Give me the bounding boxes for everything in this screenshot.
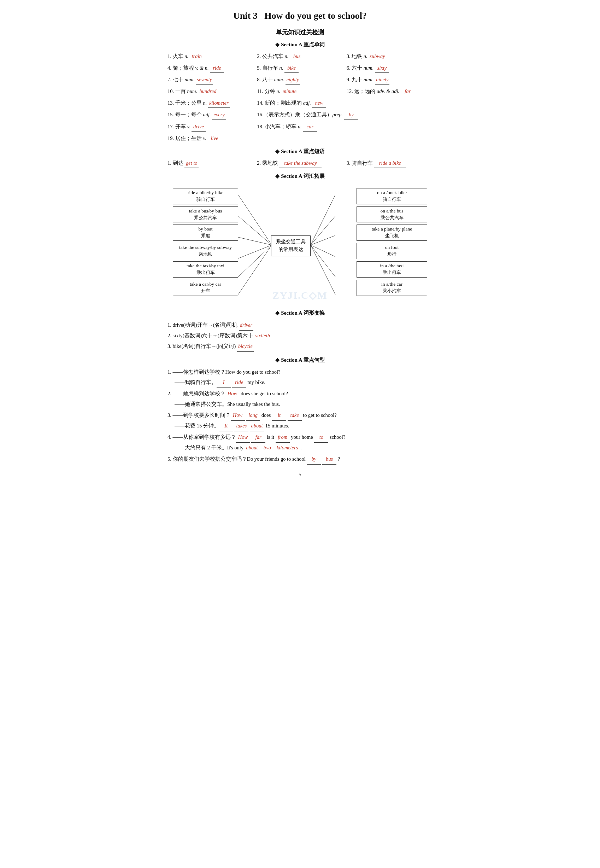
vocab-19b: 19. 居住；生活 v. live	[168, 134, 253, 143]
vocab-7: 7. 七十 num. seventy	[168, 75, 253, 85]
diag-right-5: in a /the taxi乘出租车	[356, 261, 427, 278]
vocab-2: 2. 公共汽车 n. bus	[257, 52, 343, 61]
vocab-answer-14: new	[312, 98, 326, 108]
morph-answer-2: sixtieth	[254, 331, 271, 341]
sent5-fill2: bus	[322, 454, 336, 464]
vocab-19	[347, 122, 432, 132]
sentence-2: 2. ——她怎样到达学校？How does she get to school?…	[168, 388, 432, 410]
diag-right-4: on foot步行	[356, 243, 427, 259]
morph-2: 2. sixty(基数词)六十→(序数词)第六十 sixtieth	[168, 331, 432, 341]
sent3-fill5: It	[219, 421, 233, 431]
sent4-fill2: far	[251, 432, 265, 443]
vocab-10: 10. 一百 num. hundred	[168, 86, 253, 96]
vocab-answer-15: every	[212, 110, 226, 120]
section-a-vocab-header: ◆ Section A 重点单词	[168, 41, 432, 48]
diag-left-2: take a bus/by bus乘公共汽车	[173, 206, 238, 223]
vocab-8: 8. 八十 num. eighty	[257, 75, 343, 85]
sentence-4: 4. ——从你家到学校有多远？How far is it from your h…	[168, 432, 432, 453]
vocab-answer-9: ninety	[375, 75, 389, 85]
vocab-12: 12. 远；远的 adv. & adj. far	[347, 86, 432, 96]
vocab-answer-12: far	[401, 86, 415, 96]
diag-right-6: in a/the car乘小汽车	[356, 280, 427, 296]
unit-subtitle: How do you get to school?	[264, 11, 367, 21]
svg-line-0	[238, 195, 272, 245]
vocab-9: 9. 九十 num. ninety	[347, 75, 432, 85]
svg-line-6	[311, 195, 335, 245]
sent4-fill5: about	[245, 443, 259, 453]
diag-right-1: on a /one's bike骑自行车	[356, 188, 427, 204]
page-number: 5	[168, 472, 432, 478]
section-a-phrases-header: ◆ Section A 重点短语	[168, 148, 432, 155]
phrase-3: 3. 骑自行车 ride a bike	[347, 158, 432, 168]
diag-left-6: take a car/by car开车	[173, 280, 238, 296]
diag-left-1: ride a bike/by bike骑自行车	[173, 188, 238, 204]
vocab-answer-18: car	[303, 122, 317, 132]
vocab-answer-5: bike	[285, 63, 298, 73]
diag-left-3: by boat乘船	[173, 225, 238, 241]
sent4-fill3: from	[276, 432, 290, 443]
phrase-1: 1. 到达 get to	[168, 158, 253, 168]
vocab-answer-2: bus	[290, 52, 304, 61]
svg-line-1	[238, 216, 272, 245]
vocab-answer-7: seventy	[196, 75, 213, 85]
sentence-5: 5. 你的朋友们去学校搭公交车吗？Do your friends go to s…	[168, 454, 432, 464]
phrase-answer-1: get to	[185, 158, 198, 168]
diag-right-2: on a/the bus乘公共汽车	[356, 206, 427, 223]
sent3-fill1: How	[231, 410, 245, 421]
svg-line-10	[311, 245, 335, 277]
morph-section: 1. drive(动词)开车→(名词)司机 driver 2. sixty(基数…	[168, 320, 432, 352]
sent3-fill6: takes	[234, 421, 248, 431]
vocab-answer-3: subway	[368, 52, 386, 61]
sent5-fill1: by	[307, 454, 321, 464]
vocab-answer-11: minute	[282, 86, 297, 96]
svg-line-11	[311, 245, 335, 294]
diag-left-4: take the subway/by subway乘地铁	[173, 243, 238, 259]
section-a-morph-header: ◆ Section A 词形变换	[168, 310, 432, 316]
vocab-answer-1: train	[190, 52, 204, 61]
diag-right-3: take a plane/by plane坐飞机	[356, 225, 427, 241]
sentence-section: 1. ——你怎样到达学校？How do you get to school? —…	[168, 367, 432, 464]
vocab-diagram: ride a bike/by bike骑自行车 take a bus/by bu…	[168, 183, 432, 305]
sent3-fill7: about	[250, 421, 264, 431]
main-title: Unit 3 How do you get to school?	[168, 11, 432, 21]
sent4-fill4: to	[314, 432, 328, 443]
svg-line-9	[311, 245, 335, 257]
sent3-fill2: long	[246, 410, 260, 421]
section-main-header: 单元知识过关检测	[168, 28, 432, 36]
vocab-4: 4. 骑；旅程 v. & n. ride	[168, 63, 253, 73]
diag-center: 乘坐交通工具的常用表达	[271, 235, 311, 256]
morph-3: 3. bike(名词)自行车→(同义词) bicycle	[168, 341, 432, 352]
phrase-answer-2: take the subway	[279, 158, 321, 168]
vocab-answer-10: hundred	[198, 86, 218, 96]
svg-line-8	[311, 235, 335, 245]
vocab-18: 18. 小汽车；轿车 n. car	[257, 122, 343, 132]
vocab-15	[347, 98, 432, 108]
vocab-answer-6: sixty	[375, 63, 389, 73]
vocab-grid: 1. 火车 n. train 2. 公共汽车 n. bus 3. 地铁 n. s…	[168, 52, 432, 143]
svg-line-5	[238, 245, 272, 294]
vocab-14: 14. 新的；刚出现的 adj. new	[257, 98, 343, 108]
sent1-fill1: I	[217, 377, 231, 388]
vocab-16: 16.（表示方式）乘（交通工具）prep. by	[257, 110, 432, 120]
vocab-answer-17: drive	[191, 122, 206, 132]
vocab-15b: 15. 每一；每个 adj. every	[168, 110, 253, 120]
vocab-5: 5. 自行车 n. bike	[257, 63, 343, 73]
svg-line-4	[238, 245, 272, 277]
morph-1: 1. drive(动词)开车→(名词)司机 driver	[168, 320, 432, 331]
unit-number: 3	[253, 11, 258, 21]
section-a-expansion-header: ◆ Section A 词汇拓展	[168, 173, 432, 180]
diag-left-5: take the taxi/by taxi乘出租车	[173, 261, 238, 278]
vocab-17: 17. 开车 v. drive	[168, 122, 253, 132]
sent4-fill1: How	[236, 432, 250, 443]
svg-line-7	[311, 216, 335, 245]
section-a-sentences-header: ◆ Section A 重点句型	[168, 357, 432, 363]
phrase-answer-3: ride a bike	[374, 158, 406, 168]
vocab-11: 11. 分钟 n. minute	[257, 86, 343, 96]
sent3-fill4: take	[288, 410, 302, 421]
unit-label: Unit	[233, 11, 250, 21]
vocab-6: 6. 六十 num. sixty	[347, 63, 432, 73]
vocab-answer-4: ride	[210, 63, 224, 73]
vocab-answer-13: kilometer	[208, 98, 230, 108]
sent2-fill1: How	[226, 388, 239, 399]
phrase-2: 2. 乘地铁 take the subway	[257, 158, 343, 168]
